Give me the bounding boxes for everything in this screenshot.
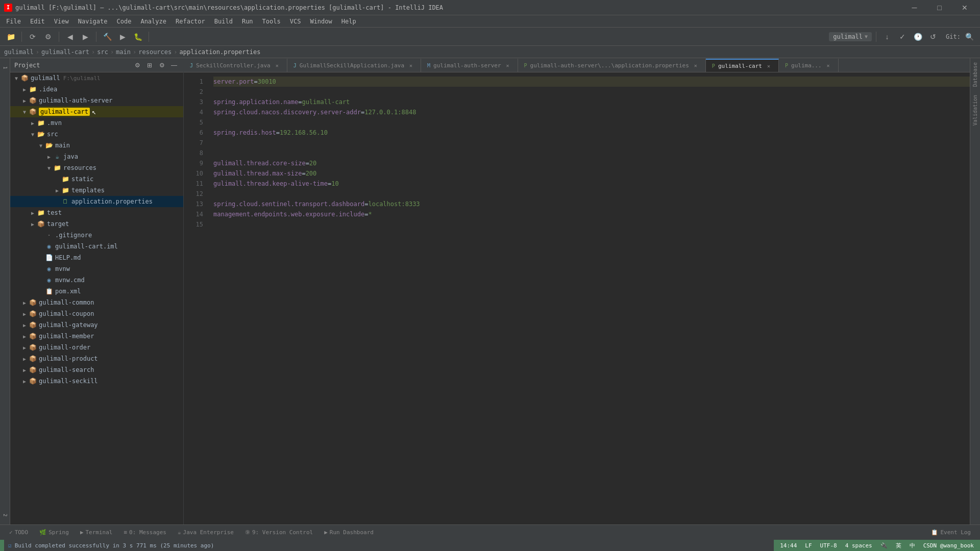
menu-window[interactable]: Window (306, 17, 336, 26)
tab-gulimall-app[interactable]: J GulimallSeckillApplication.java ✕ (287, 59, 421, 72)
tab-close-seckill[interactable]: ✕ (274, 62, 281, 69)
editor-content[interactable]: 1 2 3 4 5 6 7 8 9 10 11 12 13 14 15 se (184, 72, 970, 524)
toolbar-settings[interactable]: ⚙ (41, 30, 55, 43)
toolbar-project-view[interactable]: 📁 (4, 30, 17, 43)
tree-item-member[interactable]: ▶ 📦 gulimall-member (10, 331, 183, 342)
code-area[interactable]: server.port=30010 spring.application.nam… (209, 72, 970, 524)
toolbar-git-update[interactable]: ↓ (880, 30, 894, 43)
tree-item-pom[interactable]: ▶ 📋 pom.xml (10, 286, 183, 297)
menu-run[interactable]: Run (238, 17, 257, 26)
status-power[interactable]: 🔌 (878, 542, 890, 549)
status-ime[interactable]: 中 (908, 542, 917, 549)
tree-item-java[interactable]: ▶ ☕ java (10, 151, 183, 162)
menu-edit[interactable]: Edit (26, 17, 49, 26)
tab-version-control[interactable]: ⑨ 9: Version Control (240, 526, 318, 539)
breadcrumb-main[interactable]: main (116, 48, 131, 56)
tree-item-order[interactable]: ▶ 📦 gulimall-order (10, 342, 183, 353)
breadcrumb-resources[interactable]: resources (138, 48, 172, 56)
tree-item-resources[interactable]: ▼ 📁 resources (10, 162, 183, 173)
tree-item-mvnwcmd[interactable]: ▶ ◉ mvnw.cmd (10, 274, 183, 286)
tab-run-dashboard[interactable]: ▶ Run Dashboard (319, 526, 379, 539)
activity-favorites[interactable]: 2 (2, 510, 9, 520)
tree-item-main[interactable]: ▼ 📂 main (10, 140, 183, 151)
tree-item-mvnw[interactable]: ▶ ◉ mvnw (10, 263, 183, 274)
tree-item-mvn[interactable]: ▶ 📁 .mvn (10, 117, 183, 129)
tree-item-help[interactable]: ▶ 📄 HELP.md (10, 252, 183, 263)
tab-auth-props[interactable]: P gulimall-auth-server\...\application.p… (518, 59, 706, 72)
breadcrumb-cart[interactable]: gulimall-cart (41, 48, 89, 56)
breadcrumb-gulimall[interactable]: gulimall (4, 48, 34, 56)
menu-code[interactable]: Code (113, 17, 136, 26)
tab-seckill-controller[interactable]: J SeckillController.java ✕ (184, 59, 287, 72)
toolbar-search[interactable]: 🔍 (963, 30, 976, 43)
tree-item-appprops[interactable]: ▶ 🗒 application.properties (10, 196, 183, 207)
toolbar-git-history[interactable]: 🕐 (911, 30, 924, 43)
menu-navigate[interactable]: Navigate (74, 17, 112, 26)
menu-refactor[interactable]: Refactor (172, 17, 209, 26)
project-gear-btn[interactable]: ⚙ (132, 60, 142, 70)
toolbar-sync[interactable]: ⟳ (26, 30, 39, 43)
menu-file[interactable]: File (2, 17, 25, 26)
toolbar-build[interactable]: 🔨 (101, 30, 114, 43)
menu-build[interactable]: Build (210, 17, 237, 26)
toolbar-git-push[interactable]: ✓ (896, 30, 909, 43)
tree-item-static[interactable]: ▶ 📁 static (10, 173, 183, 185)
tree-item-target[interactable]: ▶ 📦 target (10, 218, 183, 230)
status-lf[interactable]: LF (803, 542, 814, 549)
status-line-col[interactable]: 14:44 (778, 542, 799, 549)
tab-cart-props[interactable]: P gulimall-cart ✕ (706, 59, 779, 72)
toolbar-forward[interactable]: ▶ (79, 30, 92, 43)
tree-item-coupon[interactable]: ▶ 📦 gulimall-coupon (10, 308, 183, 319)
minimize-button[interactable]: ─ (903, 2, 926, 13)
toolbar-run[interactable]: ▶ (116, 30, 129, 43)
menu-analyze[interactable]: Analyze (136, 17, 170, 26)
tree-item-search[interactable]: ▶ 📦 gulimall-search (10, 364, 183, 375)
database-label[interactable]: Database (971, 58, 979, 91)
breadcrumb-src[interactable]: src (97, 48, 108, 56)
tree-item-gulimall[interactable]: ▼ 📦 gulimall F:\gulimall (10, 72, 183, 84)
tab-close-app[interactable]: ✕ (407, 62, 414, 69)
tree-item-cart[interactable]: ▼ 📦 gulimall-cart ↖ (10, 106, 183, 117)
project-layout-btn[interactable]: ⊞ (144, 60, 155, 70)
tree-item-src[interactable]: ▼ 📂 src (10, 129, 183, 140)
tree-item-test[interactable]: ▶ 📁 test (10, 207, 183, 218)
tree-item-templates[interactable]: ▶ 📁 templates (10, 185, 183, 196)
tab-close-extra[interactable]: ✕ (825, 62, 832, 69)
menu-vcs[interactable]: VCS (286, 17, 305, 26)
close-button[interactable]: ✕ (953, 2, 976, 13)
project-collapse-btn[interactable]: — (169, 60, 179, 70)
tab-event-log[interactable]: 📋 Event Log (926, 526, 976, 539)
tab-java-enterprise[interactable]: ☕ Java Enterprise (173, 526, 239, 539)
menu-help[interactable]: Help (337, 17, 360, 26)
tree-item-gateway[interactable]: ▶ 📦 gulimall-gateway (10, 319, 183, 331)
tab-todo[interactable]: ✓ TODO (4, 526, 33, 539)
tree-item-iml[interactable]: ▶ ◉ gulimall-cart.iml (10, 241, 183, 252)
tab-close-auth-props[interactable]: ✕ (692, 62, 699, 69)
tab-spring[interactable]: 🌿 Spring (34, 526, 74, 539)
tab-messages[interactable]: ≡ 0: Messages (118, 526, 171, 539)
tree-item-product[interactable]: ▶ 📦 gulimall-product (10, 353, 183, 364)
menu-view[interactable]: View (50, 17, 73, 26)
tree-item-auth[interactable]: ▶ 📦 gulimall-auth-server (10, 95, 183, 106)
tab-close-auth[interactable]: ✕ (504, 62, 511, 69)
validation-label[interactable]: Validation (971, 91, 979, 130)
toolbar-git-revert[interactable]: ↺ (926, 30, 940, 43)
tree-item-common[interactable]: ▶ 📦 gulimall-common (10, 297, 183, 308)
tab-close-cart-props[interactable]: ✕ (765, 62, 772, 69)
maximize-button[interactable]: □ (928, 2, 951, 13)
breadcrumb-file[interactable]: application.properties (180, 48, 261, 56)
toolbar-back[interactable]: ◀ (63, 30, 77, 43)
tab-terminal[interactable]: ▶ Terminal (75, 526, 118, 539)
project-selector[interactable]: gulimall ▼ (829, 32, 872, 41)
toolbar-debug[interactable]: 🐛 (131, 30, 144, 43)
tree-item-seckill[interactable]: ▶ 📦 gulimall-seckill (10, 375, 183, 387)
tree-item-idea[interactable]: ▶ 📁 .idea (10, 84, 183, 95)
tab-extra[interactable]: P gulima... ✕ (779, 59, 839, 72)
tree-item-gitignore[interactable]: ▶ · .gitignore (10, 230, 183, 241)
status-encoding[interactable]: UTF-8 (818, 542, 839, 549)
project-settings-btn[interactable]: ⚙ (157, 60, 167, 70)
tab-auth-server[interactable]: M gulimall-auth-server ✕ (421, 59, 518, 72)
menu-tools[interactable]: Tools (258, 17, 285, 26)
activity-project[interactable]: 1 (2, 62, 9, 73)
status-indent[interactable]: 4 spaces (843, 542, 874, 549)
